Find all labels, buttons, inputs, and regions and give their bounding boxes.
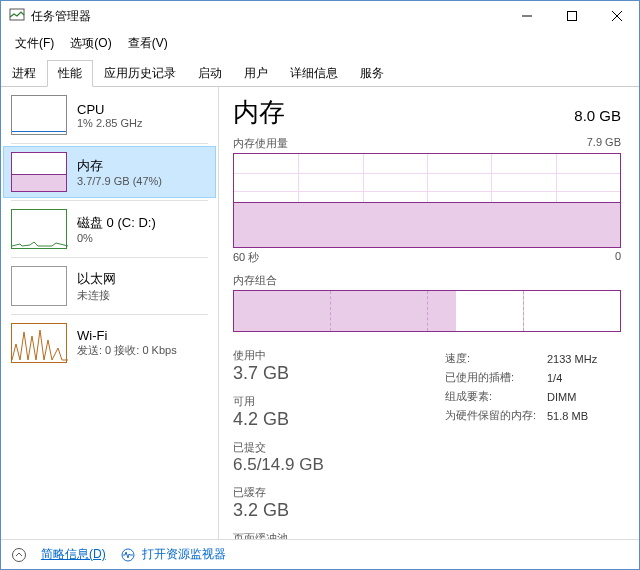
chart-max: 7.9 GB — [587, 136, 621, 151]
stat-label: 已缓存 — [233, 485, 337, 500]
chevron-up-circle-icon[interactable] — [11, 547, 27, 563]
close-button[interactable] — [594, 1, 639, 31]
sidebar-item-sub: 0% — [77, 232, 156, 244]
sidebar-item-label: 以太网 — [77, 270, 116, 288]
stat-label: 可用 — [233, 394, 337, 409]
divider — [11, 314, 208, 315]
ethernet-thumb — [11, 266, 67, 306]
sidebar-item-sub: 未连接 — [77, 288, 116, 303]
sidebar-item-label: CPU — [77, 102, 142, 117]
chart-label: 内存使用量 — [233, 136, 288, 151]
tab-processes[interactable]: 进程 — [1, 60, 47, 87]
resmon-icon — [120, 547, 136, 563]
window-title: 任务管理器 — [31, 8, 504, 25]
sidebar-item-ethernet[interactable]: 以太网 未连接 — [3, 260, 216, 312]
tabbar: 进程 性能 应用历史记录 启动 用户 详细信息 服务 — [1, 56, 639, 87]
info-label: 组成要素: — [445, 388, 545, 405]
memory-usage-chart — [233, 153, 621, 248]
maximize-button[interactable] — [549, 1, 594, 31]
sidebar-item-cpu[interactable]: CPU 1% 2.85 GHz — [3, 89, 216, 141]
svg-rect-2 — [567, 12, 576, 21]
fewer-details-link[interactable]: 简略信息(D) — [41, 546, 106, 563]
wifi-thumb — [11, 323, 67, 363]
cpu-thumb — [11, 95, 67, 135]
total-memory: 8.0 GB — [574, 107, 621, 124]
divider — [11, 143, 208, 144]
disk-thumb — [11, 209, 67, 249]
sidebar-item-disk[interactable]: 磁盘 0 (C: D:) 0% — [3, 203, 216, 255]
info-label: 为硬件保留的内存: — [445, 407, 545, 424]
divider — [11, 257, 208, 258]
page-title: 内存 — [233, 95, 285, 130]
axis-left: 60 秒 — [233, 250, 259, 265]
stat-label: 使用中 — [233, 348, 337, 363]
open-resmon-link[interactable]: 打开资源监视器 — [142, 546, 226, 563]
tab-startup[interactable]: 启动 — [187, 60, 233, 87]
tab-app-history[interactable]: 应用历史记录 — [93, 60, 187, 87]
form-value: DIMM — [547, 388, 597, 405]
app-icon — [9, 8, 25, 24]
sidebar-item-sub: 发送: 0 接收: 0 Kbps — [77, 343, 177, 358]
divider — [11, 200, 208, 201]
tab-performance[interactable]: 性能 — [47, 60, 93, 87]
svg-rect-0 — [10, 9, 24, 20]
footer: 简略信息(D) 打开资源监视器 — [1, 539, 639, 569]
available-value: 4.2 GB — [233, 409, 337, 430]
committed-value: 6.5/14.9 GB — [233, 455, 337, 475]
reserved-value: 51.8 MB — [547, 407, 597, 424]
slots-value: 1/4 — [547, 369, 597, 386]
sidebar-item-sub: 1% 2.85 GHz — [77, 117, 142, 129]
sidebar-item-label: 磁盘 0 (C: D:) — [77, 214, 156, 232]
composition-label: 内存组合 — [233, 273, 621, 288]
memory-composition-chart — [233, 290, 621, 332]
sidebar-item-memory[interactable]: 内存 3.7/7.9 GB (47%) — [3, 146, 216, 198]
svg-point-5 — [13, 548, 26, 561]
minimize-button[interactable] — [504, 1, 549, 31]
tab-details[interactable]: 详细信息 — [279, 60, 349, 87]
main-panel: 内存 8.0 GB 内存使用量 7.9 GB 60 秒 — [219, 87, 639, 539]
menubar: 文件(F) 选项(O) 查看(V) — [1, 31, 639, 56]
stat-label: 已提交 — [233, 440, 337, 455]
info-label: 速度: — [445, 350, 545, 367]
performance-sidebar: CPU 1% 2.85 GHz 内存 3.7/7.9 GB (47%) — [1, 87, 219, 539]
titlebar: 任务管理器 — [1, 1, 639, 31]
axis-right: 0 — [615, 250, 621, 265]
tab-services[interactable]: 服务 — [349, 60, 395, 87]
memory-info-table: 速度: 2133 MHz 已使用的插槽: 1/4 组成要素: DIMM 为硬 — [443, 348, 599, 426]
menu-file[interactable]: 文件(F) — [7, 33, 62, 54]
stat-label: 页面缓冲池 — [233, 531, 337, 539]
info-label: 已使用的插槽: — [445, 369, 545, 386]
sidebar-item-wifi[interactable]: Wi-Fi 发送: 0 接收: 0 Kbps — [3, 317, 216, 369]
cached-value: 3.2 GB — [233, 500, 337, 521]
sidebar-item-label: Wi-Fi — [77, 328, 177, 343]
menu-options[interactable]: 选项(O) — [62, 33, 119, 54]
sidebar-item-label: 内存 — [77, 157, 162, 175]
in-use-value: 3.7 GB — [233, 363, 337, 384]
sidebar-item-sub: 3.7/7.9 GB (47%) — [77, 175, 162, 187]
memory-thumb — [11, 152, 67, 192]
speed-value: 2133 MHz — [547, 350, 597, 367]
tab-users[interactable]: 用户 — [233, 60, 279, 87]
menu-view[interactable]: 查看(V) — [120, 33, 176, 54]
